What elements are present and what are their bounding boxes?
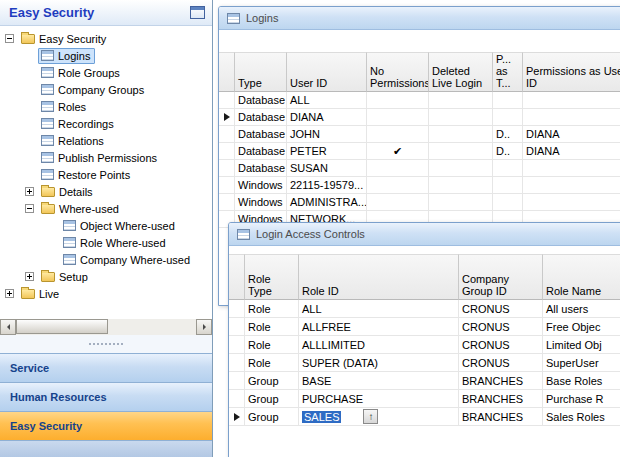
logins-row[interactable]: Database ALL [219, 92, 620, 109]
logins-grid: Type User ID No Permissions Deleted Live… [219, 52, 620, 228]
scroll-right-button[interactable] [196, 319, 212, 335]
col-header-permissions-as-user-id[interactable]: Permissions as User ID [523, 52, 620, 92]
col-header-p-as-t[interactable]: P... as T... [493, 52, 523, 92]
tree-item-recordings[interactable]: Recordings [0, 115, 212, 132]
tree-item-label: Restore Points [58, 169, 130, 181]
row-selector[interactable] [219, 109, 235, 125]
tree-horizontal-scrollbar[interactable] [0, 318, 212, 335]
collapse-icon[interactable] [25, 204, 34, 213]
col-header-no-permissions[interactable]: No Permissions [367, 52, 429, 92]
tree-item-easy-security[interactable]: Easy Security [0, 30, 212, 47]
tree-item-live[interactable]: Live [0, 285, 212, 302]
row-selector[interactable] [229, 372, 245, 389]
table-icon [41, 101, 54, 112]
col-header-role-name[interactable]: Role Name [543, 254, 620, 300]
row-selector[interactable] [229, 390, 245, 407]
right-arrow-icon [203, 324, 209, 330]
access-row[interactable]: Group BASE BRANCHES Base Roles [229, 372, 620, 390]
tree-item-details[interactable]: Details [0, 183, 212, 200]
row-selector[interactable] [229, 354, 245, 371]
tree-item-label: Details [59, 186, 93, 198]
checkmark-cell[interactable]: ✔ [367, 143, 429, 159]
tree-item-publish-permissions[interactable]: Publish Permissions [0, 149, 212, 166]
access-row[interactable]: Role ALLLIMITED CRONUS Limited Obj [229, 336, 620, 354]
nav-button-easy-security[interactable]: Easy Security [0, 411, 212, 440]
row-selector[interactable] [219, 160, 235, 176]
logins-titlebar[interactable]: Logins [219, 7, 620, 30]
sidebar-title: Easy Security [9, 5, 94, 20]
logins-row[interactable]: Database SUSAN [219, 160, 620, 177]
tree-item-label: Logins [58, 50, 90, 62]
row-selector[interactable] [229, 408, 245, 425]
row-selector[interactable] [219, 126, 235, 142]
col-header-role-type[interactable]: Role Type [245, 254, 299, 300]
sidebar: Easy Security Easy Security Logins Role … [0, 0, 213, 457]
col-header-company-group-id[interactable]: Company Group ID [459, 254, 543, 300]
login-access-controls-window: Login Access Controls Role Type Role ID … [228, 222, 620, 457]
scroll-left-button[interactable] [0, 319, 16, 335]
tree-item-role-groups[interactable]: Role Groups [0, 64, 212, 81]
collapse-icon[interactable] [5, 34, 14, 43]
tree-item-label: Where-used [59, 203, 119, 215]
current-row-marker [224, 113, 230, 121]
access-body: Role Type Role ID Company Group ID Role … [229, 246, 620, 457]
folder-open-icon [41, 204, 55, 214]
row-selector[interactable] [229, 336, 245, 353]
col-header-deleted-live-login[interactable]: Deleted Live Login [429, 52, 493, 92]
logins-row[interactable]: Database JOHN D.. DIANA [219, 126, 620, 143]
access-row[interactable]: Group PURCHASE BRANCHES Purchase R [229, 390, 620, 408]
tree-item-setup[interactable]: Setup [0, 268, 212, 285]
col-header-selector[interactable] [219, 52, 235, 92]
tree-item-object-where-used[interactable]: Object Where-used [0, 217, 212, 234]
table-icon [63, 254, 76, 265]
tree-item-restore-points[interactable]: Restore Points [0, 166, 212, 183]
expand-icon[interactable] [25, 187, 34, 196]
expand-icon[interactable] [5, 289, 14, 298]
tree-item-label: Recordings [58, 118, 114, 130]
tree-item-logins[interactable]: Logins [0, 47, 212, 64]
tree-item-company-where-used[interactable]: Company Where-used [0, 251, 212, 268]
logins-row[interactable]: Database PETER ✔ D.. DIANA [219, 143, 620, 160]
logins-row[interactable]: Windows 22115-19579... [219, 177, 620, 194]
access-row[interactable]: Role SUPER (DATA) CRONUS SuperUser [229, 354, 620, 372]
col-header-type[interactable]: Type [235, 52, 287, 92]
row-selector[interactable] [219, 194, 235, 210]
table-icon [63, 237, 76, 248]
splitter-grip[interactable] [0, 335, 212, 353]
tree-item-role-where-used[interactable]: Role Where-used [0, 234, 212, 251]
row-selector[interactable] [229, 300, 245, 317]
logins-row[interactable]: Windows ADMINISTRA... [219, 194, 620, 211]
table-icon [237, 229, 250, 240]
access-row-current[interactable]: Group SALES↑ BRANCHES Sales Roles [229, 408, 620, 426]
role-id-edit-cell[interactable]: SALES↑ [299, 408, 459, 425]
col-header-user-id[interactable]: User ID [287, 52, 367, 92]
access-titlebar[interactable]: Login Access Controls [229, 223, 620, 246]
col-header-role-id[interactable]: Role ID [299, 254, 459, 300]
access-row[interactable]: Role ALLFREE CRONUS Free Objec [229, 318, 620, 336]
tree-item-label: Publish Permissions [58, 152, 157, 164]
table-icon [41, 67, 54, 78]
tree-item-label: Relations [58, 135, 104, 147]
expand-icon[interactable] [25, 272, 34, 281]
col-header-selector[interactable] [229, 254, 245, 300]
nav-button-human-resources[interactable]: Human Resources [0, 382, 212, 411]
row-selector[interactable] [219, 143, 235, 159]
tree-item-company-groups[interactable]: Company Groups [0, 81, 212, 98]
access-row[interactable]: Role ALL CRONUS All users [229, 300, 620, 318]
scrollbar-track[interactable] [16, 319, 196, 335]
tree-item-where-used[interactable]: Where-used [0, 200, 212, 217]
folder-icon [21, 289, 35, 299]
row-selector[interactable] [219, 92, 235, 108]
scrollbar-thumb[interactable] [16, 319, 108, 334]
logins-row[interactable]: Database DIANA [219, 109, 620, 126]
assist-edit-button[interactable]: ↑ [363, 409, 378, 424]
row-selector[interactable] [229, 318, 245, 335]
folder-open-icon [21, 34, 35, 44]
tree-item-roles[interactable]: Roles [0, 98, 212, 115]
row-selector[interactable] [219, 177, 235, 193]
access-header-row: Role Type Role ID Company Group ID Role … [229, 254, 620, 300]
selected-text: SALES [302, 411, 341, 423]
current-row-marker [234, 413, 240, 421]
nav-button-service[interactable]: Service [0, 353, 212, 382]
tree-item-relations[interactable]: Relations [0, 132, 212, 149]
